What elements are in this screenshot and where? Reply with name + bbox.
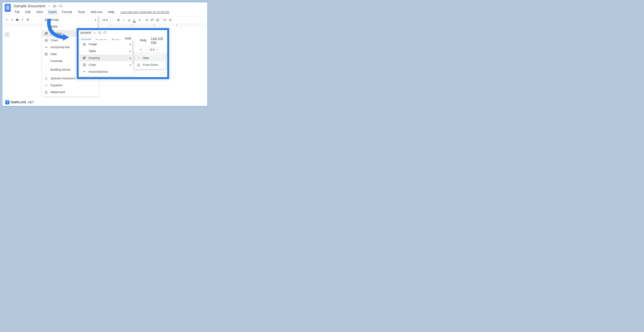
last-edit-link[interactable]: Last edit was yesterday at 10:09 AM	[120, 10, 169, 14]
watermark-icon	[44, 90, 48, 94]
menu-label: Equation	[50, 83, 62, 87]
hline-icon	[44, 45, 48, 49]
chart-icon	[82, 63, 86, 67]
font-size-value[interactable]: 11.5	[148, 47, 156, 52]
cloud-status-icon[interactable]	[59, 5, 63, 7]
drawing-icon	[44, 32, 48, 35]
insert-image-button[interactable]: ▾	[155, 18, 160, 22]
drawing-new-item[interactable]: + New	[134, 55, 166, 61]
menubar: File Edit View Insert Format Tools Add-o…	[14, 9, 169, 15]
paint-format-button[interactable]	[26, 18, 30, 22]
star-icon[interactable]: ☆	[93, 31, 96, 35]
footnote-icon	[44, 59, 48, 63]
blocks-icon	[44, 68, 48, 71]
submenu-arrow-icon: ▶	[130, 50, 131, 52]
font-size-value[interactable]: 11.5	[102, 18, 108, 22]
drawing-from-drive-item[interactable]: From Drive	[134, 61, 166, 68]
cloud-status-icon[interactable]	[103, 31, 107, 34]
template-badge-icon: T	[5, 100, 10, 104]
insert-chart-item[interactable]: Chart ▶	[80, 61, 134, 68]
toolbar: ↶ ↷ ▾ − 11.5 + B I U A ▾ ▾	[2, 16, 208, 24]
svg-rect-9	[46, 54, 46, 55]
font-size-increase[interactable]: +	[108, 18, 112, 22]
svg-rect-16	[83, 71, 86, 72]
menu-tools[interactable]: Tools	[76, 9, 86, 15]
svg-point-11	[84, 43, 84, 44]
menu-label: Chart	[88, 63, 96, 67]
highlight-button[interactable]	[137, 18, 142, 22]
drive-icon	[137, 63, 140, 67]
bold-button[interactable]: B	[116, 18, 121, 22]
image-icon	[44, 18, 48, 21]
insert-hline-item[interactable]: Horizontal line	[80, 68, 134, 75]
ruler-mark: 3	[110, 24, 111, 26]
ruler-mark: 4	[132, 24, 133, 26]
template-net-watermark: T TEMPLATE.NET	[5, 100, 34, 104]
insert-drawing-item[interactable]: Drawing ▶	[80, 55, 134, 61]
ruler: 3 4 5 6	[2, 24, 208, 27]
svg-rect-5	[46, 33, 47, 34]
menu-file[interactable]: File	[14, 9, 21, 15]
font-size-stepper: − 11.5 +	[144, 47, 160, 52]
line-spacing-button[interactable]	[168, 18, 173, 22]
insert-table-item[interactable]: Table ▶	[80, 48, 134, 55]
star-icon[interactable]: ☆	[48, 4, 50, 8]
insert-link-button[interactable]	[145, 18, 150, 22]
insert-image-item[interactable]: Image ▶	[80, 41, 134, 48]
outline-icon	[5, 32, 9, 37]
submenu-arrow-icon: ▶	[130, 64, 131, 66]
menu-label: Image	[50, 18, 59, 21]
menu-label: Horizontal line	[50, 45, 70, 49]
add-comment-button[interactable]	[150, 18, 155, 22]
font-size-decrease[interactable]: −	[145, 47, 148, 52]
template-text: TEMPLATE	[10, 101, 26, 104]
header: Sample Document ☆ File Edit View Insert …	[2, 2, 208, 15]
chart-icon	[44, 39, 48, 42]
text-color-button[interactable]: A	[132, 18, 136, 22]
submenu-arrow-icon: ▶	[95, 19, 96, 21]
italic-button[interactable]: I	[122, 18, 126, 22]
menu-label: Table	[50, 25, 58, 28]
undo-button[interactable]: ↶	[4, 18, 9, 22]
insert-equation-item[interactable]: π² Equation	[42, 82, 99, 89]
menu-label: New	[143, 56, 149, 60]
font-size-increase[interactable]: +	[156, 47, 159, 52]
print-button[interactable]	[15, 18, 20, 22]
redo-button[interactable]: ↷	[10, 18, 14, 22]
menu-label: Date	[50, 52, 57, 56]
docs-logo-icon[interactable]	[5, 4, 11, 12]
menu-label: Watermark	[50, 90, 65, 94]
ruler-mark: 5	[154, 24, 155, 26]
insert-watermark-item[interactable]: Watermark	[42, 89, 99, 96]
font-dropdown-arrow[interactable]: ▾	[138, 47, 143, 52]
underline-button[interactable]: U	[127, 18, 131, 22]
net-text: .NET	[27, 101, 34, 104]
equation-icon: π²	[44, 83, 48, 87]
svg-rect-14	[84, 58, 85, 59]
font-size-stepper: − 11.5 +	[98, 18, 112, 22]
menu-label: Drawing	[50, 32, 62, 35]
menu-insert[interactable]: Insert	[48, 9, 58, 15]
outline-toggle[interactable]	[5, 32, 9, 37]
menu-label: Chart	[50, 39, 58, 42]
menu-addons[interactable]: Add-ons	[90, 9, 104, 15]
menu-label: Special characters	[50, 77, 76, 80]
move-folder-icon[interactable]	[98, 31, 102, 34]
spellcheck-button[interactable]	[20, 18, 25, 22]
menu-help[interactable]: Help	[107, 9, 116, 15]
align-button[interactable]: ▾	[163, 18, 168, 22]
document-title[interactable]: Sample Document	[14, 4, 45, 8]
menu-label: Table	[88, 49, 96, 53]
submenu-arrow-icon: ▶	[130, 57, 131, 59]
menu-edit[interactable]: Edit	[24, 9, 32, 15]
svg-rect-0	[156, 19, 158, 21]
menu-view[interactable]: View	[35, 9, 44, 15]
move-folder-icon[interactable]	[53, 4, 56, 7]
table-icon	[44, 25, 48, 28]
menu-help[interactable]: Help	[138, 37, 148, 43]
menu-format[interactable]: Format	[61, 9, 73, 15]
last-edit-link[interactable]: Last edit was	[151, 36, 165, 44]
insert-image-item[interactable]: Image ▶	[42, 16, 99, 23]
submenu-arrow-icon: ▶	[130, 43, 131, 45]
drawing-icon	[82, 56, 86, 60]
